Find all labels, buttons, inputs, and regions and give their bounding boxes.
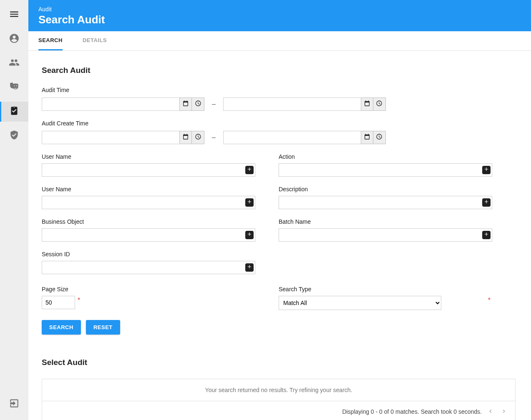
description-input[interactable] xyxy=(279,196,492,209)
main: Audit Search Audit SEARCH DETAILS Search… xyxy=(28,0,531,420)
business-object-label: Business Object xyxy=(42,218,254,225)
clock-icon xyxy=(376,133,383,142)
user-name-1-label: User Name xyxy=(42,153,254,160)
search-button[interactable]: SEARCH xyxy=(42,320,81,335)
tab-search[interactable]: SEARCH xyxy=(38,31,63,50)
audit-time-from-input[interactable] xyxy=(42,98,179,111)
audit-time-from-date-button[interactable] xyxy=(179,98,192,111)
batch-name-input[interactable] xyxy=(279,228,492,242)
sidebar-item-logout[interactable] xyxy=(0,394,28,414)
audit-create-to-input[interactable] xyxy=(223,131,361,144)
audit-time-to-date-button[interactable] xyxy=(361,98,373,111)
action-add-button[interactable] xyxy=(482,166,491,174)
menu-toggle[interactable] xyxy=(0,5,28,25)
calendar-icon xyxy=(182,133,189,142)
plus-icon xyxy=(483,231,489,239)
page-size-input[interactable] xyxy=(42,296,75,309)
results-summary: Displaying 0 - 0 of 0 matches. Search to… xyxy=(342,408,482,415)
plus-icon xyxy=(247,264,252,271)
group-icon xyxy=(9,57,20,70)
results-next-button[interactable] xyxy=(499,407,508,416)
page-header: Audit Search Audit xyxy=(28,0,531,31)
range-separator: – xyxy=(212,134,216,141)
calendar-icon xyxy=(182,100,189,108)
batch-name-add-button[interactable] xyxy=(482,231,491,239)
session-id-add-button[interactable] xyxy=(245,263,254,272)
audit-create-from-date-button[interactable] xyxy=(179,131,192,144)
user-name-1-add-button[interactable] xyxy=(245,166,254,174)
tab-bar: SEARCH DETAILS xyxy=(28,31,531,51)
page-title: Search Audit xyxy=(38,13,521,26)
menu-icon xyxy=(9,9,20,21)
sidebar-item-theater[interactable] xyxy=(0,78,28,98)
clock-icon xyxy=(195,100,201,108)
masks-icon xyxy=(9,81,20,94)
session-id-label: Session ID xyxy=(42,251,254,258)
calendar-icon xyxy=(364,100,370,108)
action-label: Action xyxy=(279,153,491,160)
plus-icon xyxy=(247,166,252,174)
account-circle-icon xyxy=(9,33,20,45)
chevron-left-icon xyxy=(487,408,494,416)
calendar-icon xyxy=(364,133,370,142)
required-marker: * xyxy=(78,297,80,304)
results-empty-message: Your search returned no results. Try ref… xyxy=(42,379,515,401)
user-name-2-add-button[interactable] xyxy=(245,198,254,207)
shield-check-icon xyxy=(9,130,20,142)
chevron-right-icon xyxy=(501,408,507,416)
sidebar xyxy=(0,0,28,420)
session-id-input[interactable] xyxy=(42,261,255,274)
batch-name-label: Batch Name xyxy=(279,218,491,225)
sidebar-item-profile[interactable] xyxy=(0,29,28,49)
assignment-check-icon xyxy=(9,105,20,118)
plus-icon xyxy=(483,166,489,174)
action-input[interactable] xyxy=(279,163,492,177)
reset-button[interactable]: RESET xyxy=(86,320,120,335)
breadcrumb: Audit xyxy=(38,6,521,12)
plus-icon xyxy=(247,199,252,206)
user-name-1-input[interactable] xyxy=(42,163,255,177)
user-name-2-input[interactable] xyxy=(42,196,255,209)
sidebar-item-audit[interactable] xyxy=(0,102,28,122)
search-type-label: Search Type xyxy=(279,286,491,292)
page-size-label: Page Size xyxy=(42,286,254,292)
results-panel: Your search returned no results. Try ref… xyxy=(42,379,516,420)
audit-create-time-range: – xyxy=(42,131,516,144)
exit-icon xyxy=(9,398,20,410)
audit-time-to-input[interactable] xyxy=(223,98,361,111)
audit-time-label: Audit Time xyxy=(42,87,516,93)
select-audit-heading: Select Audit xyxy=(42,358,516,367)
audit-time-range: – xyxy=(42,98,516,111)
search-type-select[interactable]: Match All xyxy=(279,296,441,310)
audit-time-to-time-button[interactable] xyxy=(373,98,386,111)
search-audit-heading: Search Audit xyxy=(42,66,516,75)
plus-icon xyxy=(483,199,489,206)
content: Search Audit Audit Time – xyxy=(28,51,529,420)
sidebar-item-groups[interactable] xyxy=(0,53,28,73)
required-marker: * xyxy=(488,297,491,304)
business-object-add-button[interactable] xyxy=(245,231,254,239)
range-separator: – xyxy=(212,100,216,108)
description-label: Description xyxy=(279,186,491,192)
audit-create-to-time-button[interactable] xyxy=(373,131,386,144)
audit-create-from-time-button[interactable] xyxy=(192,131,204,144)
audit-create-time-label: Audit Create Time xyxy=(42,120,516,127)
tab-details[interactable]: DETAILS xyxy=(83,31,107,50)
plus-icon xyxy=(247,231,252,239)
audit-time-from-time-button[interactable] xyxy=(192,98,204,111)
user-name-2-label: User Name xyxy=(42,186,254,192)
description-add-button[interactable] xyxy=(482,198,491,207)
sidebar-item-security[interactable] xyxy=(0,126,28,146)
audit-create-to-date-button[interactable] xyxy=(361,131,373,144)
results-prev-button[interactable] xyxy=(486,407,495,416)
business-object-input[interactable] xyxy=(42,228,255,242)
audit-create-from-input[interactable] xyxy=(42,131,179,144)
clock-icon xyxy=(376,100,383,108)
clock-icon xyxy=(195,133,201,142)
